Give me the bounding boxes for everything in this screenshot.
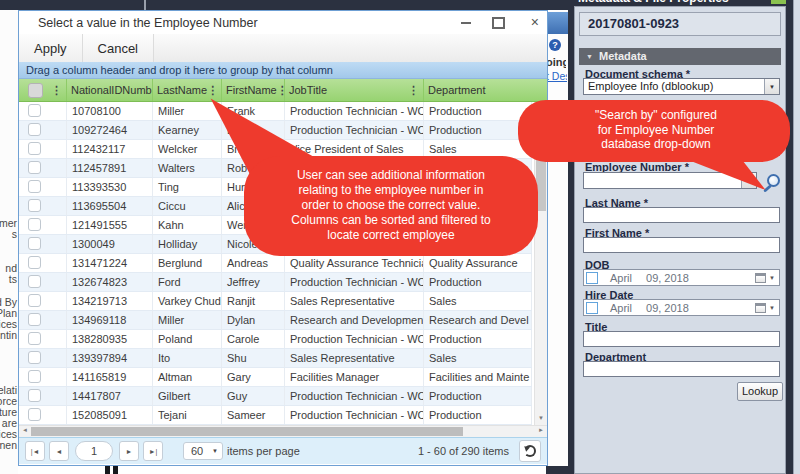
cell-job-title[interactable]: Production Technician - WC60 [285, 387, 424, 405]
cell-job-title[interactable]: Research and Development Manager [285, 311, 424, 329]
table-row[interactable]: 14417807 Gilbert Guy Production Technici… [19, 387, 532, 406]
column-header-lastname[interactable]: LastName ⋮ [153, 79, 222, 101]
row-checkbox[interactable] [28, 104, 41, 117]
row-checkbox[interactable] [28, 275, 41, 288]
row-checkbox[interactable] [28, 256, 41, 269]
cell-job-title[interactable]: Production Technician - WC50 [285, 102, 424, 120]
cell-department[interactable]: Production [424, 273, 532, 291]
cell-job-title[interactable]: Facilities Manager [285, 368, 424, 386]
row-checkbox[interactable] [28, 389, 41, 402]
cell-department[interactable]: Sales [424, 349, 532, 367]
cell-national-id[interactable]: 141165819 [67, 368, 153, 386]
cell-national-id[interactable]: 121491555 [67, 216, 153, 234]
row-checkbox[interactable] [28, 199, 41, 212]
table-row[interactable]: 139397894 Ito Shu Sales Representative S… [19, 349, 532, 368]
table-row[interactable]: 134969118 Miller Dylan Research and Deve… [19, 311, 532, 330]
chevron-down-icon[interactable]: ▼ [769, 275, 775, 281]
cell-department[interactable]: Production [424, 387, 532, 405]
cell-job-title[interactable]: Sales Representative [285, 292, 424, 310]
cell-last-name[interactable]: Tejani [153, 406, 222, 424]
cell-job-title[interactable]: Production Technician - WC10 [285, 273, 424, 291]
cell-first-name[interactable]: Andreas [222, 254, 285, 272]
cell-first-name[interactable]: Dylan [222, 311, 285, 329]
cell-job-title[interactable]: Sales Representative [285, 349, 424, 367]
cancel-button[interactable]: Cancel [83, 34, 154, 62]
column-menu-icon[interactable]: ⋮ [277, 84, 285, 97]
cell-job-title[interactable]: Production Technician - WC30 [285, 330, 424, 348]
cell-last-name[interactable]: Ting [153, 178, 222, 196]
row-checkbox[interactable] [28, 313, 41, 326]
table-row[interactable]: 152085091 Tejani Sameer Production Techn… [19, 406, 532, 425]
cell-national-id[interactable]: 112457891 [67, 159, 153, 177]
group-by-bar[interactable]: Drag a column header and drop it here to… [19, 62, 547, 79]
date-checkbox[interactable] [586, 272, 598, 284]
scroll-right-icon[interactable]: ► [538, 427, 544, 433]
close-icon[interactable]: × [531, 14, 539, 30]
table-row[interactable]: 10708100 Miller Frank Production Technic… [19, 102, 532, 121]
table-row[interactable]: 134219713 Varkey Chudukatil Ranjit Sales… [19, 292, 532, 311]
calendar-icon[interactable] [755, 273, 766, 283]
cell-last-name[interactable]: Miller [153, 311, 222, 329]
row-checkbox[interactable] [28, 370, 41, 383]
department-field[interactable] [583, 361, 780, 377]
cell-national-id[interactable]: 112432117 [67, 140, 153, 158]
cell-national-id[interactable]: 113695504 [67, 197, 153, 215]
cell-last-name[interactable]: Kearney [153, 121, 222, 139]
cell-national-id[interactable]: 134969118 [67, 311, 153, 329]
first-name-field[interactable] [583, 237, 780, 253]
cell-department[interactable]: Production [424, 406, 532, 424]
last-page-button[interactable]: ►| [143, 441, 163, 461]
row-checkbox[interactable] [28, 218, 41, 231]
column-header-jobtitle[interactable]: JobTitle ⋮ [285, 79, 424, 101]
row-checkbox[interactable] [28, 123, 41, 136]
select-all-checkbox[interactable] [28, 83, 43, 98]
cell-first-name[interactable]: Carole [222, 330, 285, 348]
cell-last-name[interactable]: Altman [153, 368, 222, 386]
cell-last-name[interactable]: Ford [153, 273, 222, 291]
cell-national-id[interactable]: 1300049 [67, 235, 153, 253]
cell-first-name[interactable]: Gary [222, 368, 285, 386]
cell-national-id[interactable]: 131471224 [67, 254, 153, 272]
horizontal-scrollbar[interactable]: ◄ ► [19, 425, 547, 437]
column-header-firstname[interactable]: FirstName ⋮ [222, 79, 285, 101]
apply-button[interactable]: Apply [19, 34, 83, 62]
table-row[interactable]: 138280935 Poland Carole Production Techn… [19, 330, 532, 349]
cell-department[interactable]: Production [424, 330, 532, 348]
title-field[interactable] [583, 331, 780, 347]
cell-department[interactable]: Production [424, 121, 532, 139]
column-menu-icon[interactable]: ⋮ [207, 84, 218, 97]
cell-national-id[interactable]: 14417807 [67, 387, 153, 405]
row-checkbox[interactable] [28, 294, 41, 307]
page-number-input[interactable]: 1 [75, 441, 113, 461]
prev-page-button[interactable]: ◄ [49, 441, 69, 461]
hire-date-datepicker[interactable]: April 09, 2018 ▼ [583, 299, 780, 316]
cell-job-title[interactable]: Quality Assurance Technician [285, 254, 424, 272]
cell-last-name[interactable]: Poland [153, 330, 222, 348]
cell-national-id[interactable]: 132674823 [67, 273, 153, 291]
row-checkbox[interactable] [28, 180, 41, 193]
cell-department[interactable]: Production [424, 102, 532, 120]
cell-national-id[interactable]: 152085091 [67, 406, 153, 424]
cell-last-name[interactable]: Varkey Chudukatil [153, 292, 222, 310]
cell-job-title[interactable]: Production Technician - WC50 [285, 406, 424, 424]
table-row[interactable]: 131471224 Berglund Andreas Quality Assur… [19, 254, 532, 273]
cell-last-name[interactable]: Miller [153, 102, 222, 120]
next-page-button[interactable]: ► [119, 441, 139, 461]
scroll-left-icon[interactable]: ◄ [22, 427, 28, 433]
cell-department[interactable]: Facilities and Mainte [424, 368, 532, 386]
cell-national-id[interactable]: 134219713 [67, 292, 153, 310]
cell-last-name[interactable]: Walters [153, 159, 222, 177]
cell-department[interactable]: Quality Assurance [424, 254, 532, 272]
cell-last-name[interactable]: Ito [153, 349, 222, 367]
cell-last-name[interactable]: Berglund [153, 254, 222, 272]
date-checkbox[interactable] [586, 302, 598, 314]
chevron-down-icon[interactable]: ▼ [764, 79, 779, 94]
table-row[interactable]: 132674823 Ford Jeffrey Production Techni… [19, 273, 532, 292]
column-menu-icon[interactable]: ⋮ [408, 84, 419, 97]
column-header-nationalidnumber[interactable]: NationalIDNumber ⋮ [67, 79, 153, 101]
cell-department[interactable]: Sales [424, 292, 532, 310]
last-name-field[interactable] [583, 207, 780, 223]
cell-first-name[interactable]: Jeffrey [222, 273, 285, 291]
cell-first-name[interactable]: Shu [222, 349, 285, 367]
calendar-icon[interactable] [755, 303, 766, 313]
